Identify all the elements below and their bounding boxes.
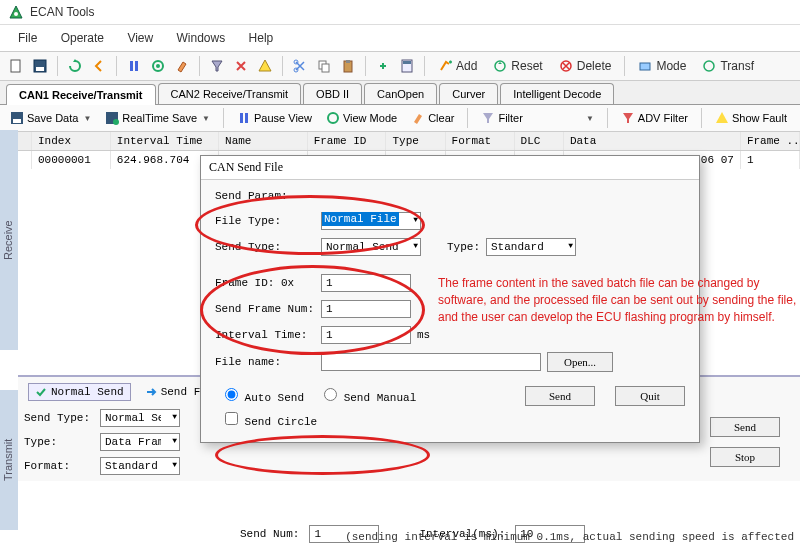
sub-toolbar: Save Data▼ RealTime Save▼ Pause View Vie… (0, 105, 800, 132)
menu-view[interactable]: View (117, 27, 163, 49)
type-select[interactable] (100, 433, 180, 451)
back-icon[interactable] (89, 56, 109, 76)
label-ms: ms (417, 329, 430, 341)
svg-point-7 (156, 64, 160, 68)
new-icon[interactable] (6, 56, 26, 76)
save-data-button[interactable]: Save Data▼ (6, 109, 95, 127)
file-type-select[interactable]: Normal File (321, 212, 421, 230)
delete-button[interactable]: Delete (553, 57, 618, 75)
label-type: Type: (24, 436, 94, 448)
add-button[interactable]: Add (432, 57, 483, 75)
wipe-icon[interactable] (172, 56, 192, 76)
realtime-save-button[interactable]: RealTime Save▼ (101, 109, 214, 127)
bottom-send-button[interactable]: Send (710, 417, 780, 437)
save-icon[interactable] (30, 56, 50, 76)
calc-icon[interactable] (397, 56, 417, 76)
tab-normal-send[interactable]: Normal Send (28, 383, 131, 401)
svg-rect-15 (403, 61, 411, 64)
tab-curver[interactable]: Curver (439, 83, 498, 104)
col-data[interactable]: Data (564, 132, 741, 150)
bottom-stop-button[interactable]: Stop (710, 447, 780, 467)
open-file-button[interactable]: Open... (547, 352, 613, 372)
col-name[interactable]: Name (219, 132, 308, 150)
menu-windows[interactable]: Windows (167, 27, 236, 49)
dlg-interval-input[interactable] (321, 326, 411, 344)
label-send-param: Send Param: (215, 190, 685, 202)
col-format[interactable]: Format (446, 132, 515, 150)
annotation-text: The frame content in the saved batch fil… (438, 275, 798, 325)
frame-id-input[interactable] (321, 274, 411, 292)
clear-button[interactable]: Clear (407, 109, 458, 127)
label-frame-id: Frame ID: 0x (215, 277, 315, 289)
dlg-type-select[interactable] (486, 238, 576, 256)
svg-rect-18 (640, 63, 650, 70)
file-name-input[interactable] (321, 353, 541, 371)
col-frame[interactable]: Frame ... (741, 132, 800, 150)
tab-canopen[interactable]: CanOpen (364, 83, 437, 104)
label-dlg-send-type: Send Type: (215, 241, 315, 253)
svg-point-23 (113, 119, 119, 125)
radio-auto-send[interactable]: Auto Send (225, 388, 304, 404)
svg-point-26 (328, 113, 338, 123)
transmit-panel-label: Transmit (0, 390, 18, 530)
dlg-send-button[interactable]: Send (525, 386, 595, 406)
copy-icon[interactable] (314, 56, 334, 76)
refresh-icon[interactable] (65, 56, 85, 76)
col-type[interactable]: Type (386, 132, 445, 150)
svg-point-0 (14, 12, 18, 16)
col-interval[interactable]: Interval Time (111, 132, 219, 150)
transfer-button[interactable]: Transf (696, 57, 760, 75)
label-file-name: File name: (215, 356, 315, 368)
svg-rect-5 (135, 61, 138, 71)
grid-header: Index Interval Time Name Frame ID Type F… (18, 132, 800, 151)
format-select[interactable] (100, 457, 180, 475)
filter-icon[interactable] (207, 56, 227, 76)
col-frameid[interactable]: Frame ID (308, 132, 387, 150)
dlg-send-type-select[interactable] (321, 238, 421, 256)
app-icon (8, 4, 24, 20)
label-dlg-interval: Interval Time: (215, 329, 315, 341)
main-tabs: CAN1 Receive/Transmit CAN2 Receive/Trans… (0, 81, 800, 105)
label-format: Format: (24, 460, 94, 472)
tab-can2[interactable]: CAN2 Receive/Transmit (158, 83, 302, 104)
label-dlg-type: Type: (447, 241, 480, 253)
label-send-type: Send Type: (24, 412, 94, 424)
send-frame-num-input[interactable] (321, 300, 411, 318)
svg-point-19 (704, 61, 714, 71)
arrows-icon[interactable] (373, 56, 393, 76)
radio-send-manual[interactable]: Send Manual (324, 388, 416, 404)
col-index[interactable]: Index (32, 132, 111, 150)
dlg-quit-button[interactable]: Quit (615, 386, 685, 406)
cell-frame: 1 (741, 151, 800, 169)
pause-icon[interactable] (124, 56, 144, 76)
tab-can1[interactable]: CAN1 Receive/Transmit (6, 84, 156, 105)
view-icon[interactable] (148, 56, 168, 76)
title-bar: ECAN Tools (0, 0, 800, 25)
footer-note: (sending interval is minimum 0.1ms, actu… (345, 531, 794, 543)
view-mode-button[interactable]: View Mode (322, 109, 401, 127)
label-send-frame-num: Send Frame Num: (215, 303, 315, 315)
svg-rect-13 (346, 60, 350, 63)
svg-rect-21 (13, 119, 21, 123)
paste-icon[interactable] (338, 56, 358, 76)
tools-icon[interactable] (231, 56, 251, 76)
warning-icon[interactable] (255, 56, 275, 76)
tab-decode[interactable]: Intelligent Decode (500, 83, 614, 104)
main-toolbar: Add Reset Delete Mode Transf (0, 52, 800, 81)
checkbox-send-circle[interactable]: Send Circle (225, 416, 317, 428)
send-type-select[interactable] (100, 409, 180, 427)
reset-button[interactable]: Reset (487, 57, 548, 75)
menu-help[interactable]: Help (239, 27, 284, 49)
filter-button[interactable]: Filter▼ (477, 109, 597, 127)
menu-operate[interactable]: Operate (51, 27, 114, 49)
menu-file[interactable]: File (8, 27, 47, 49)
cell-index: 00000001 (32, 151, 111, 169)
tab-obd[interactable]: OBD II (303, 83, 362, 104)
adv-filter-button[interactable]: ADV Filter (617, 109, 692, 127)
cut-icon[interactable] (290, 56, 310, 76)
menu-bar: File Operate View Windows Help (0, 25, 800, 52)
show-fault-button[interactable]: Show Fault (711, 109, 791, 127)
pause-view-button[interactable]: Pause View (233, 109, 316, 127)
col-dlc[interactable]: DLC (515, 132, 564, 150)
mode-button[interactable]: Mode (632, 57, 692, 75)
